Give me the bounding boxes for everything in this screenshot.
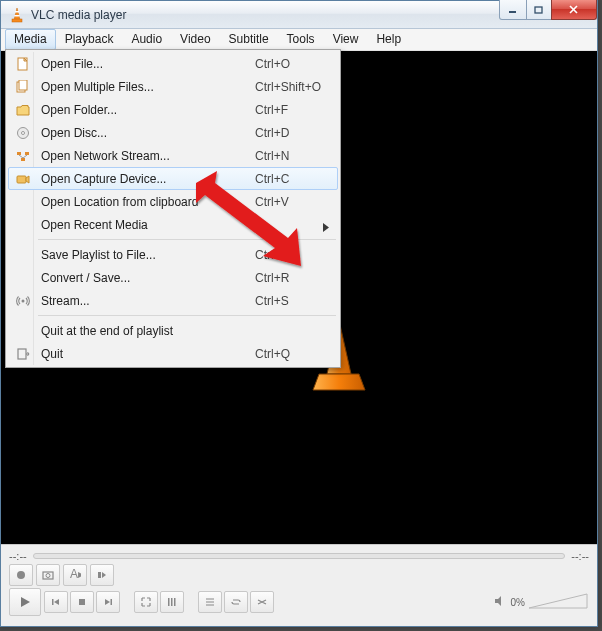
- titlebar[interactable]: VLC media player: [1, 1, 597, 29]
- menu-item-open-network-stream[interactable]: Open Network Stream...Ctrl+N: [8, 144, 338, 167]
- svg-marker-35: [54, 599, 59, 605]
- window-title: VLC media player: [31, 8, 126, 22]
- menu-item-shortcut: Ctrl+D: [255, 126, 329, 140]
- record-button[interactable]: [9, 564, 33, 586]
- svg-marker-46: [529, 594, 587, 608]
- media-dropdown: Open File...Ctrl+OOpen Multiple Files...…: [5, 49, 341, 368]
- menu-view[interactable]: View: [324, 29, 368, 50]
- svg-marker-9: [313, 374, 365, 390]
- menu-item-label: Stream...: [33, 294, 255, 308]
- svg-rect-41: [174, 598, 176, 606]
- menu-item-shortcut: Ctrl+N: [255, 149, 329, 163]
- menu-item-label: Open File...: [33, 57, 255, 71]
- svg-rect-39: [168, 598, 170, 606]
- file-icon: [13, 57, 33, 71]
- menu-item-quit-at-the-end-of-playlist[interactable]: Quit at the end of playlist: [8, 319, 338, 342]
- svg-line-20: [23, 155, 27, 158]
- menu-item-shortcut: Ctrl+C: [255, 172, 329, 186]
- menu-item-shortcut: Ctrl+Shift+O: [255, 80, 329, 94]
- menu-subtitle[interactable]: Subtitle: [220, 29, 278, 50]
- menu-item-open-folder[interactable]: Open Folder...Ctrl+F: [8, 98, 338, 121]
- svg-rect-25: [18, 349, 26, 359]
- svg-rect-1: [12, 19, 22, 22]
- disc-icon: [13, 126, 33, 140]
- svg-marker-23: [323, 223, 329, 232]
- prev-button[interactable]: [44, 591, 68, 613]
- menu-item-label: Open Multiple Files...: [33, 80, 255, 94]
- menu-item-label: Open Recent Media: [33, 218, 255, 232]
- vlc-cone-icon: [9, 7, 25, 23]
- menu-item-quit[interactable]: QuitCtrl+Q: [8, 342, 338, 365]
- menu-help[interactable]: Help: [367, 29, 410, 50]
- menu-item-stream[interactable]: Stream...Ctrl+S: [8, 289, 338, 312]
- stop-button[interactable]: [70, 591, 94, 613]
- menu-item-label: Save Playlist to File...: [33, 248, 255, 262]
- menu-item-label: Open Disc...: [33, 126, 255, 140]
- svg-rect-13: [19, 80, 27, 90]
- svg-marker-33: [21, 597, 30, 607]
- next-button[interactable]: [96, 591, 120, 613]
- ext-settings-button[interactable]: [160, 591, 184, 613]
- menu-item-save-playlist-to-file[interactable]: Save Playlist to File...Ctrl+Y: [8, 243, 338, 266]
- loop-button[interactable]: [224, 591, 248, 613]
- stream-icon: [13, 294, 33, 308]
- network-icon: [13, 149, 33, 163]
- svg-rect-16: [17, 152, 21, 155]
- fullscreen-button[interactable]: [134, 591, 158, 613]
- frame-step-button[interactable]: [90, 564, 114, 586]
- svg-point-27: [17, 571, 25, 579]
- shuffle-button[interactable]: [250, 591, 274, 613]
- svg-marker-0: [14, 8, 20, 20]
- svg-rect-21: [17, 176, 26, 183]
- svg-rect-17: [25, 152, 29, 155]
- speaker-icon: [493, 594, 507, 611]
- menubar: Media Playback Audio Video Subtitle Tool…: [1, 29, 597, 51]
- menu-item-open-capture-device[interactable]: Open Capture Device...Ctrl+C: [8, 167, 338, 190]
- minimize-button[interactable]: [499, 0, 527, 20]
- maximize-button[interactable]: [526, 0, 552, 20]
- menu-tools[interactable]: Tools: [278, 29, 324, 50]
- playlist-button[interactable]: [198, 591, 222, 613]
- svg-rect-34: [52, 599, 54, 605]
- svg-rect-3: [14, 15, 19, 17]
- svg-line-19: [19, 155, 23, 158]
- menu-audio[interactable]: Audio: [122, 29, 171, 50]
- menu-item-shortcut: Ctrl+Y: [255, 248, 329, 262]
- files-icon: [13, 80, 33, 94]
- play-button[interactable]: [9, 588, 41, 616]
- svg-rect-2: [15, 11, 19, 13]
- time-elapsed: --:--: [9, 550, 27, 562]
- menu-item-shortcut: Ctrl+R: [255, 271, 329, 285]
- atob-loop-button[interactable]: A▸: [63, 564, 87, 586]
- svg-rect-31: [98, 572, 101, 578]
- snapshot-button[interactable]: [36, 564, 60, 586]
- menu-item-open-file[interactable]: Open File...Ctrl+O: [8, 52, 338, 75]
- menu-item-open-recent-media[interactable]: Open Recent Media: [8, 213, 338, 236]
- menu-video[interactable]: Video: [171, 29, 219, 50]
- seek-row: --:-- --:--: [1, 545, 597, 563]
- menu-item-label: Quit at the end of playlist: [33, 324, 255, 338]
- seek-slider[interactable]: [33, 553, 566, 559]
- menu-item-shortcut: Ctrl+V: [255, 195, 329, 209]
- menu-item-shortcut: Ctrl+O: [255, 57, 329, 71]
- menu-media[interactable]: Media: [5, 29, 56, 50]
- menu-item-open-disc[interactable]: Open Disc...Ctrl+D: [8, 121, 338, 144]
- menu-item-open-location-from-clipboard[interactable]: Open Location from clipboardCtrl+V: [8, 190, 338, 213]
- time-total: --:--: [571, 550, 589, 562]
- menu-item-label: Open Location from clipboard: [33, 195, 255, 209]
- volume-control[interactable]: 0%: [493, 592, 589, 612]
- menu-separator: [38, 239, 336, 240]
- close-button[interactable]: [551, 0, 597, 20]
- submenu-arrow-icon: [323, 221, 329, 235]
- menu-item-shortcut: Ctrl+S: [255, 294, 329, 308]
- menu-item-label: Open Folder...: [33, 103, 255, 117]
- menu-item-convert-save[interactable]: Convert / Save...Ctrl+R: [8, 266, 338, 289]
- svg-rect-5: [535, 7, 542, 13]
- menu-item-label: Open Capture Device...: [33, 172, 255, 186]
- menu-item-open-multiple-files[interactable]: Open Multiple Files...Ctrl+Shift+O: [8, 75, 338, 98]
- volume-slider[interactable]: [529, 592, 589, 612]
- quit-icon: [13, 347, 33, 361]
- menu-playback[interactable]: Playback: [56, 29, 123, 50]
- folder-icon: [13, 103, 33, 117]
- svg-rect-40: [171, 598, 173, 606]
